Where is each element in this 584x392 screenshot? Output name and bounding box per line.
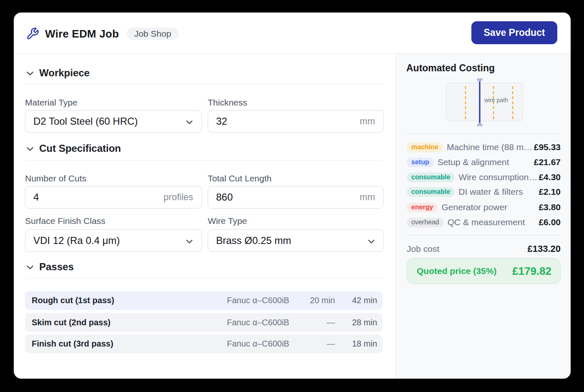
svg-text:wire path: wire path <box>484 97 508 103</box>
